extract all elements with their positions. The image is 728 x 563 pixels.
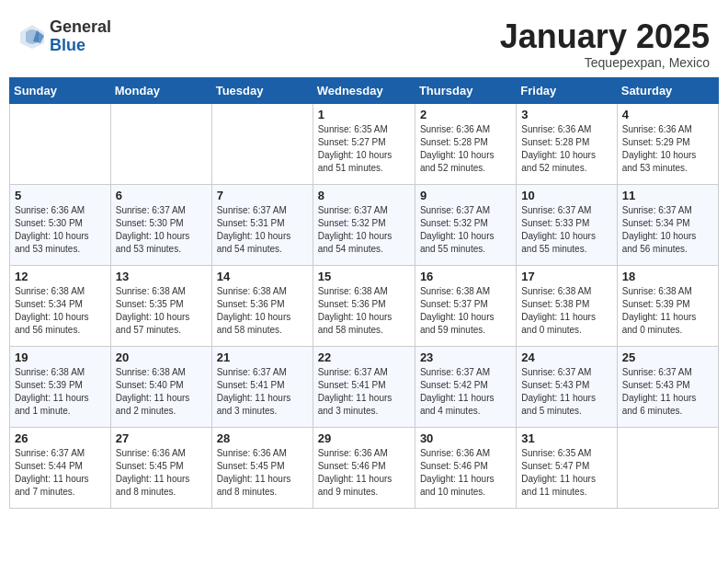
table-row: 21Sunrise: 6:37 AMSunset: 5:41 PMDayligh… (211, 346, 313, 427)
day-info: Sunrise: 6:36 AMSunset: 5:28 PMDaylight:… (521, 123, 611, 175)
logo-general-text: General (50, 18, 111, 37)
day-number: 9 (420, 189, 511, 202)
day-info: Sunrise: 6:37 AMSunset: 5:33 PMDaylight:… (521, 204, 611, 256)
col-wednesday: Wednesday (313, 77, 415, 103)
day-number: 5 (15, 189, 106, 202)
col-friday: Friday (517, 77, 617, 103)
day-info: Sunrise: 6:38 AMSunset: 5:36 PMDaylight:… (217, 285, 308, 337)
location-subtitle: Tequepexpan, Mexico (500, 55, 710, 70)
day-info: Sunrise: 6:37 AMSunset: 5:30 PMDaylight:… (116, 204, 207, 256)
day-info: Sunrise: 6:38 AMSunset: 5:35 PMDaylight:… (116, 285, 207, 337)
day-number: 12 (15, 270, 106, 283)
table-row: 13Sunrise: 6:38 AMSunset: 5:35 PMDayligh… (110, 265, 211, 346)
day-info: Sunrise: 6:36 AMSunset: 5:29 PMDaylight:… (622, 123, 713, 175)
col-monday: Monday (110, 77, 211, 103)
table-row: 7Sunrise: 6:37 AMSunset: 5:31 PMDaylight… (211, 184, 313, 265)
day-info: Sunrise: 6:37 AMSunset: 5:43 PMDaylight:… (521, 366, 611, 418)
day-number: 27 (116, 431, 207, 445)
day-info: Sunrise: 6:38 AMSunset: 5:40 PMDaylight:… (116, 366, 207, 418)
calendar-week-row: 1Sunrise: 6:35 AMSunset: 5:27 PMDaylight… (10, 103, 719, 184)
day-number: 31 (521, 431, 611, 445)
table-row (617, 427, 718, 508)
table-row: 28Sunrise: 6:36 AMSunset: 5:45 PMDayligh… (211, 427, 313, 508)
day-info: Sunrise: 6:38 AMSunset: 5:37 PMDaylight:… (420, 285, 511, 337)
day-info: Sunrise: 6:37 AMSunset: 5:43 PMDaylight:… (622, 366, 713, 418)
day-info: Sunrise: 6:36 AMSunset: 5:28 PMDaylight:… (420, 123, 511, 175)
table-row: 11Sunrise: 6:37 AMSunset: 5:34 PMDayligh… (617, 184, 718, 265)
day-number: 24 (521, 350, 611, 364)
calendar-week-row: 12Sunrise: 6:38 AMSunset: 5:34 PMDayligh… (10, 265, 719, 346)
table-row: 5Sunrise: 6:36 AMSunset: 5:30 PMDaylight… (10, 184, 111, 265)
table-row: 2Sunrise: 6:36 AMSunset: 5:28 PMDaylight… (415, 103, 516, 184)
day-number: 19 (15, 350, 106, 364)
table-row: 14Sunrise: 6:38 AMSunset: 5:36 PMDayligh… (211, 265, 313, 346)
table-row: 23Sunrise: 6:37 AMSunset: 5:42 PMDayligh… (415, 346, 516, 427)
table-row: 22Sunrise: 6:37 AMSunset: 5:41 PMDayligh… (313, 346, 415, 427)
table-row: 26Sunrise: 6:37 AMSunset: 5:44 PMDayligh… (10, 427, 111, 508)
day-number: 23 (420, 350, 511, 364)
day-info: Sunrise: 6:36 AMSunset: 5:46 PMDaylight:… (420, 447, 511, 499)
day-info: Sunrise: 6:37 AMSunset: 5:44 PMDaylight:… (15, 447, 106, 499)
day-number: 10 (521, 189, 611, 202)
header: General Blue January 2025 Tequepexpan, M… (9, 9, 719, 77)
day-number: 7 (217, 189, 308, 202)
day-info: Sunrise: 6:37 AMSunset: 5:41 PMDaylight:… (318, 366, 410, 418)
logo-blue-text: Blue (50, 37, 111, 55)
table-row: 1Sunrise: 6:35 AMSunset: 5:27 PMDaylight… (313, 103, 415, 184)
day-info: Sunrise: 6:38 AMSunset: 5:39 PMDaylight:… (15, 366, 106, 418)
table-row: 15Sunrise: 6:38 AMSunset: 5:36 PMDayligh… (313, 265, 415, 346)
calendar-week-row: 5Sunrise: 6:36 AMSunset: 5:30 PMDaylight… (10, 184, 719, 265)
table-row: 17Sunrise: 6:38 AMSunset: 5:38 PMDayligh… (517, 265, 617, 346)
table-row: 29Sunrise: 6:36 AMSunset: 5:46 PMDayligh… (313, 427, 415, 508)
table-row: 24Sunrise: 6:37 AMSunset: 5:43 PMDayligh… (517, 346, 617, 427)
col-sunday: Sunday (10, 77, 111, 103)
day-info: Sunrise: 6:37 AMSunset: 5:34 PMDaylight:… (622, 204, 713, 256)
day-info: Sunrise: 6:38 AMSunset: 5:36 PMDaylight:… (318, 285, 410, 337)
day-number: 25 (622, 350, 713, 364)
day-info: Sunrise: 6:38 AMSunset: 5:39 PMDaylight:… (622, 285, 713, 337)
day-info: Sunrise: 6:38 AMSunset: 5:34 PMDaylight:… (15, 285, 106, 337)
day-number: 8 (318, 189, 410, 202)
col-saturday: Saturday (617, 77, 718, 103)
col-tuesday: Tuesday (211, 77, 313, 103)
title-block: January 2025 Tequepexpan, Mexico (500, 18, 710, 70)
calendar-week-row: 26Sunrise: 6:37 AMSunset: 5:44 PMDayligh… (10, 427, 719, 508)
day-number: 4 (622, 108, 713, 121)
table-row: 18Sunrise: 6:38 AMSunset: 5:39 PMDayligh… (617, 265, 718, 346)
table-row: 30Sunrise: 6:36 AMSunset: 5:46 PMDayligh… (415, 427, 516, 508)
month-title: January 2025 (500, 18, 710, 55)
day-number: 30 (420, 431, 511, 445)
table-row: 9Sunrise: 6:37 AMSunset: 5:32 PMDaylight… (415, 184, 516, 265)
table-row: 20Sunrise: 6:38 AMSunset: 5:40 PMDayligh… (110, 346, 211, 427)
table-row: 6Sunrise: 6:37 AMSunset: 5:30 PMDaylight… (110, 184, 211, 265)
day-number: 26 (15, 431, 106, 445)
day-number: 22 (318, 350, 410, 364)
table-row (211, 103, 313, 184)
day-number: 28 (217, 431, 308, 445)
table-row: 10Sunrise: 6:37 AMSunset: 5:33 PMDayligh… (517, 184, 617, 265)
day-number: 2 (420, 108, 511, 121)
day-number: 21 (217, 350, 308, 364)
calendar-table: Sunday Monday Tuesday Wednesday Thursday… (9, 77, 719, 509)
table-row: 19Sunrise: 6:38 AMSunset: 5:39 PMDayligh… (10, 346, 111, 427)
calendar-header-row: Sunday Monday Tuesday Wednesday Thursday… (10, 77, 719, 103)
table-row: 4Sunrise: 6:36 AMSunset: 5:29 PMDaylight… (617, 103, 718, 184)
table-row: 31Sunrise: 6:35 AMSunset: 5:47 PMDayligh… (517, 427, 617, 508)
day-info: Sunrise: 6:35 AMSunset: 5:47 PMDaylight:… (521, 447, 611, 499)
day-number: 13 (116, 270, 207, 283)
day-number: 6 (116, 189, 207, 202)
day-info: Sunrise: 6:37 AMSunset: 5:42 PMDaylight:… (420, 366, 511, 418)
day-number: 20 (116, 350, 207, 364)
table-row (110, 103, 211, 184)
table-row: 3Sunrise: 6:36 AMSunset: 5:28 PMDaylight… (517, 103, 617, 184)
logo-icon (18, 23, 46, 51)
day-number: 1 (318, 108, 410, 121)
table-row: 25Sunrise: 6:37 AMSunset: 5:43 PMDayligh… (617, 346, 718, 427)
day-number: 14 (217, 270, 308, 283)
day-info: Sunrise: 6:37 AMSunset: 5:31 PMDaylight:… (217, 204, 308, 256)
day-info: Sunrise: 6:36 AMSunset: 5:45 PMDaylight:… (217, 447, 308, 499)
day-number: 17 (521, 270, 611, 283)
day-number: 15 (318, 270, 410, 283)
day-info: Sunrise: 6:36 AMSunset: 5:30 PMDaylight:… (15, 204, 106, 256)
day-number: 3 (521, 108, 611, 121)
